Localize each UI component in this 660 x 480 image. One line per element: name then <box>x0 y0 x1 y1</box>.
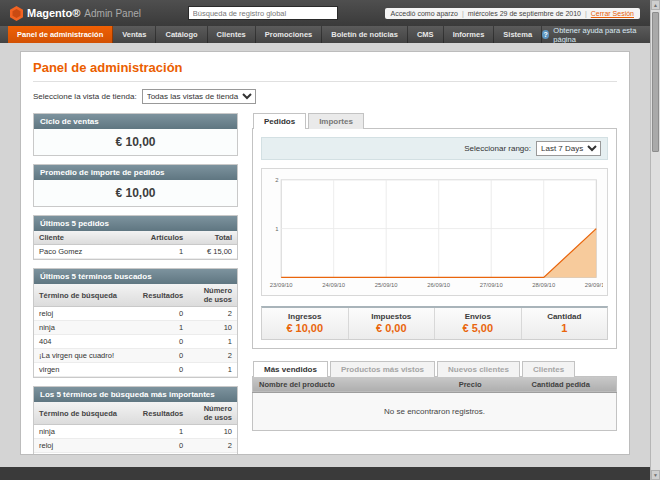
tab-mas-vendidos[interactable]: Más vendidos <box>253 361 328 377</box>
header: Magento® Admin Panel Accedió como aparzo… <box>0 0 650 26</box>
vertical-scrollbar[interactable]: ▲ ▼ <box>650 0 660 480</box>
totals-row: Ingresos € 10,00 Impuestos € 0,00 Envíos… <box>261 306 608 340</box>
table-cell: 1 <box>140 245 189 259</box>
table-header-row: Término de búsquedaResultadosNúmero de u… <box>34 284 237 307</box>
tab-nuevos-clientes[interactable]: Nuevos clientes <box>437 361 520 377</box>
chart-tabs: Pedidos Importes <box>252 113 617 128</box>
nav-item-informes[interactable]: Informes <box>444 26 495 43</box>
table-cell: 0 <box>138 335 188 349</box>
orders-chart: 23/09/1024/09/1025/09/1026/09/1027/09/10… <box>261 168 608 296</box>
column-header: Resultados <box>138 284 188 307</box>
nav-item-promociones[interactable]: Promociones <box>256 26 323 43</box>
column-header: Cliente <box>34 231 140 245</box>
user-info-box: Accedió como aparzo | miércoles 29 de se… <box>385 8 640 19</box>
table-cell: ¡La virgen que cuadro! <box>34 453 138 456</box>
page-help-link[interactable]: ? Obtener ayuda para esta página <box>542 26 640 43</box>
magento-logo-icon <box>10 6 23 21</box>
scroll-down-arrow[interactable]: ▼ <box>651 470 660 480</box>
tab-pedidos[interactable]: Pedidos <box>253 113 306 129</box>
table-cell: 0 <box>138 363 188 377</box>
nav-item-dashboard[interactable]: Panel de administración <box>8 26 113 43</box>
svg-text:28/09/10: 28/09/10 <box>532 282 556 288</box>
svg-text:26/09/10: 26/09/10 <box>427 282 451 288</box>
column-header: Nombre del producto <box>253 376 453 392</box>
lifetime-sales-panel: Ciclo de ventas € 10,00 <box>33 113 238 156</box>
column-header: Término de búsqueda <box>34 402 138 425</box>
empty-message: No se encontraron registros. <box>253 392 617 430</box>
scrollbar-track[interactable] <box>651 154 660 470</box>
dashboard-columns: Ciclo de ventas € 10,00 Promedio de impo… <box>33 113 617 455</box>
stat-value: 1 <box>524 322 606 334</box>
svg-text:1: 1 <box>275 226 278 232</box>
svg-text:23/09/10: 23/09/10 <box>270 282 294 288</box>
table-row: ninja110 <box>34 321 237 335</box>
table-row: 40401 <box>34 335 237 349</box>
average-orders-panel: Promedio de importe de pedidos € 10,00 <box>33 164 238 207</box>
nav-item-boletin[interactable]: Boletín de noticias <box>322 26 408 43</box>
panel-title: Ciclo de ventas <box>34 114 237 129</box>
logout-link[interactable]: Cerrar Sesión <box>591 10 634 17</box>
column-header: Total <box>188 231 237 245</box>
nav-item-cms[interactable]: CMS <box>408 26 444 43</box>
table-cell: 2 <box>188 307 237 321</box>
nav-item-clientes[interactable]: Clientes <box>208 26 256 43</box>
orders-chart-panel: Seleccionar rango: Last 7 Days 23/09/102… <box>252 128 617 349</box>
last-orders-panel: Últimos 5 pedidos ClienteArtículosTotalP… <box>33 215 238 260</box>
global-search-input[interactable] <box>188 6 338 20</box>
stat-envios: Envíos € 5,00 <box>434 308 521 339</box>
table-cell: 2 <box>188 453 237 456</box>
table-cell: 10 <box>188 425 237 439</box>
stat-value: € 10,00 <box>264 322 346 334</box>
table-row: ¡La virgen que cuadro!02 <box>34 349 237 363</box>
stat-cantidad: Cantidad 1 <box>521 308 608 339</box>
logo-subtitle: Admin Panel <box>84 8 141 19</box>
page-help-label: Obtener ayuda para esta página <box>553 26 640 44</box>
store-view-row: Seleccione la vista de tienda: Todas las… <box>33 89 617 104</box>
nav-item-ventas[interactable]: Ventas <box>113 26 156 43</box>
products-tabs: Más vendidos Productos más vistos Nuevos… <box>252 361 617 376</box>
magento-admin-screen: Magento® Admin Panel Accedió como aparzo… <box>0 0 660 480</box>
products-grid: Nombre del productoPrecioCantidad pedida… <box>252 376 617 431</box>
logo-text: Magento® <box>27 7 80 19</box>
last-search-terms-table: Término de búsquedaResultadosNúmero de u… <box>34 284 237 377</box>
products-block: Más vendidos Productos más vistos Nuevos… <box>252 361 617 431</box>
stat-label: Ingresos <box>264 312 346 321</box>
svg-text:27/09/10: 27/09/10 <box>480 282 504 288</box>
scrollbar-thumb[interactable] <box>652 12 659 152</box>
table-cell: 1 <box>188 335 237 349</box>
tab-productos-mas-vistos[interactable]: Productos más vistos <box>330 361 435 377</box>
scroll-up-arrow[interactable]: ▲ <box>651 0 660 10</box>
tab-importes[interactable]: Importes <box>308 113 364 129</box>
table-cell: 0 <box>138 453 188 456</box>
average-orders-value: € 10,00 <box>34 180 237 206</box>
table-cell: 1 <box>188 363 237 377</box>
store-view-select[interactable]: Todas las vistas de tienda <box>142 89 256 104</box>
range-label: Seleccionar rango: <box>464 144 531 153</box>
table-cell: 0 <box>138 307 188 321</box>
column-header: Precio <box>453 376 526 392</box>
stat-value: € 0,00 <box>351 322 433 334</box>
panel-title: Últimos 5 términos buscados <box>34 269 237 284</box>
range-selector-strip: Seleccionar rango: Last 7 Days <box>261 137 608 160</box>
table-row: Paco Gomez1€ 15,00 <box>34 245 237 259</box>
footer-bar <box>0 467 650 480</box>
panel-title: Últimos 5 pedidos <box>34 216 237 231</box>
magento-logo[interactable]: Magento® Admin Panel <box>10 6 141 21</box>
column-header: Resultados <box>138 402 188 425</box>
stat-value: € 5,00 <box>437 322 519 334</box>
nav-item-catalogo[interactable]: Catálogo <box>156 26 207 43</box>
nav-item-sistema[interactable]: Sistema <box>494 26 542 43</box>
logged-in-as-text: Accedió como aparzo <box>391 10 458 17</box>
store-view-label: Seleccione la vista de tienda: <box>33 92 137 101</box>
panel-title: Promedio de importe de pedidos <box>34 165 237 180</box>
top-search-terms-panel: Los 5 términos de búsqueda más important… <box>33 386 238 455</box>
tab-clientes[interactable]: Clientes <box>522 361 575 377</box>
table-row: reloj02 <box>34 307 237 321</box>
column-header: Número de usos <box>188 402 237 425</box>
column-header: Término de búsqueda <box>34 284 138 307</box>
range-select[interactable]: Last 7 Days <box>536 141 601 156</box>
svg-text:24/09/10: 24/09/10 <box>322 282 346 288</box>
divider: | <box>462 10 464 17</box>
help-icon: ? <box>542 30 549 39</box>
svg-text:2: 2 <box>275 177 278 183</box>
